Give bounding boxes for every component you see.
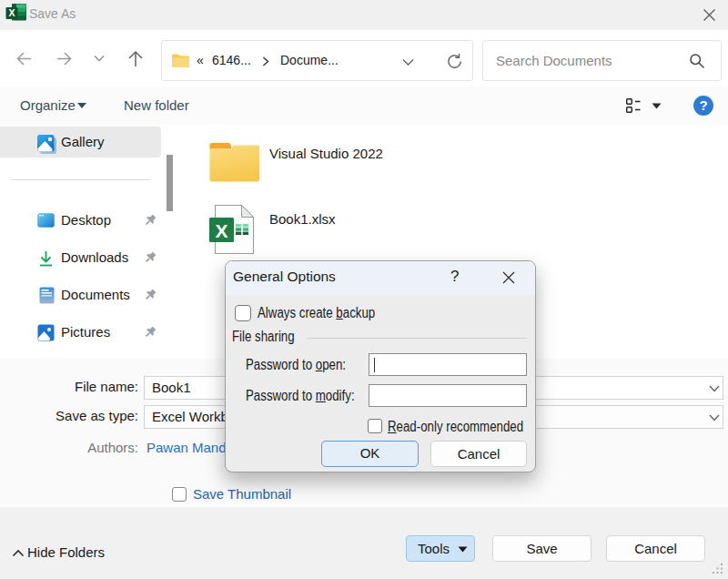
svg-text:X: X	[8, 7, 15, 18]
svg-text:X: X	[215, 220, 228, 241]
